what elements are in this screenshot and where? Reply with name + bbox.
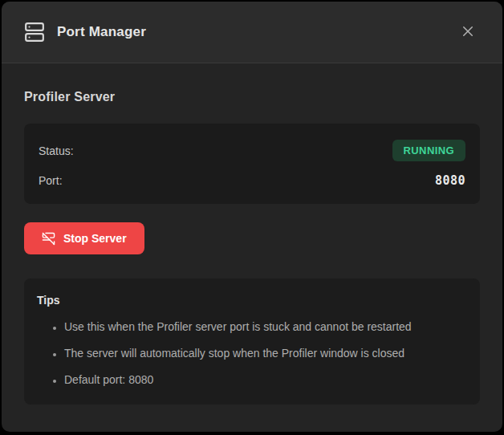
tip-item: Default port: 8080 — [64, 372, 467, 388]
titlebar: Port Manager — [2, 2, 502, 63]
port-manager-dialog: Port Manager Profiler Server Status: RUN… — [2, 2, 502, 432]
close-icon — [461, 24, 475, 41]
server-icon — [24, 22, 45, 43]
section-heading: Profiler Server — [24, 90, 480, 104]
port-value: 8080 — [435, 173, 465, 188]
port-row: Port: 8080 — [39, 173, 465, 188]
dialog-content: Profiler Server Status: RUNNING Port: 80… — [2, 90, 502, 405]
tip-item: The server will automatically stop when … — [64, 345, 467, 361]
server-off-icon — [42, 232, 55, 246]
stop-server-button[interactable]: Stop Server — [24, 222, 144, 254]
status-panel: Status: RUNNING Port: 8080 — [24, 124, 480, 204]
status-label: Status: — [39, 144, 74, 157]
tips-heading: Tips — [37, 294, 467, 307]
status-row: Status: RUNNING — [39, 140, 465, 161]
tips-panel: Tips Use this when the Profiler server p… — [24, 278, 480, 405]
tips-list: Use this when the Profiler server port i… — [37, 319, 467, 388]
port-label: Port: — [39, 174, 63, 187]
window-title: Port Manager — [57, 24, 146, 40]
close-button[interactable] — [456, 20, 480, 44]
stop-server-label: Stop Server — [63, 232, 127, 245]
status-badge: RUNNING — [392, 140, 465, 161]
tip-item: Use this when the Profiler server port i… — [64, 319, 467, 335]
